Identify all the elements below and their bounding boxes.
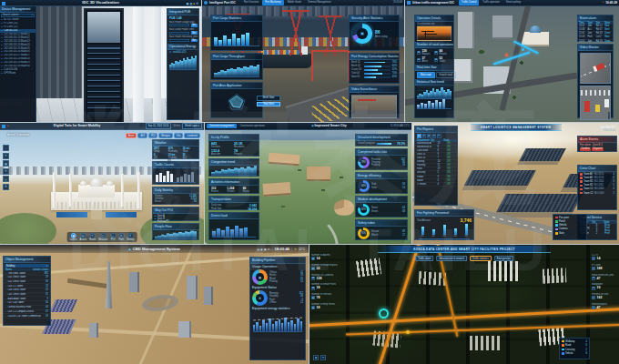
area-application-card: Port Area Application (210, 82, 263, 118)
stat-item: Number of Help Points ▣18 (311, 303, 348, 310)
route-node-dot[interactable] (505, 54, 508, 56)
field-input[interactable] (169, 24, 190, 26)
konza-tab-row: Traffic alarmInfrastructure & networkTra… (415, 256, 513, 261)
report-tab-icon[interactable]: ▦ (427, 134, 431, 138)
operation-details-header: Operation Details (415, 15, 453, 22)
alarm-badge-button[interactable]: Dispatch (592, 147, 604, 151)
field-set-button[interactable]: Set (191, 39, 198, 43)
chart-bar (228, 39, 231, 46)
city-tab[interactable]: Construction operations (238, 124, 268, 128)
world-layer-select[interactable]: World Layer ▾ (182, 123, 202, 128)
report-tab-icon[interactable]: ▨ (437, 134, 441, 138)
toolbar-item[interactable]: ◎ POI (110, 233, 116, 241)
cbd-toolbar-icons[interactable]: ▤ ◉ ▣ ✉ ⛶ (257, 248, 272, 251)
route-node-dot[interactable] (522, 48, 524, 51)
report-cell-state: OK (447, 179, 455, 182)
tool-button[interactable]: ✈ (3, 153, 9, 159)
city-tab[interactable]: Overview management (207, 124, 237, 128)
center-server-rack[interactable] (84, 8, 124, 122)
berth-view-button[interactable]: Berth View (257, 96, 280, 101)
stat-item: Holding Lot Cameras ▣128 (311, 274, 348, 281)
field-input[interactable] (169, 39, 190, 42)
crew-row[interactable]: Team B2 NO.2311 5 (580, 184, 614, 187)
crew-row[interactable]: Team A2 NO.2216 6 (580, 177, 614, 179)
activity-label: Events (211, 190, 225, 193)
tree-search-input[interactable]: Search cabinet ⌕ (1, 14, 35, 17)
traffic-nav-tab[interactable]: Smart parking (503, 0, 523, 5)
tool-button[interactable]: ⚙ (3, 184, 9, 190)
activities-grid: 312 Events 1,204 Visitors 86 Buses (209, 186, 259, 194)
port-logo-icon (204, 1, 208, 5)
traffic-nav-tab[interactable]: Traffic Control (459, 0, 479, 5)
idc-topbar-icons[interactable]: ▣ ▥ ● ⚙ (187, 2, 198, 5)
port-nav-tab[interactable]: Mobile Guide (285, 0, 304, 5)
chart-bar (159, 173, 162, 182)
camera-thumbnail[interactable] (351, 95, 397, 118)
toolbar-item[interactable]: ▤ Assets (79, 233, 86, 241)
layer-pill[interactable]: AOI (137, 133, 147, 138)
legend-value: 12 (300, 301, 303, 304)
toolbar-item[interactable]: ➤ Path (118, 233, 124, 241)
layer-pill[interactable]: Villa (174, 133, 184, 138)
layer-pill[interactable]: POI (148, 133, 157, 138)
konza-tab[interactable]: Emergencies (494, 256, 513, 261)
office-tower (89, 323, 98, 338)
pue-fields: Rack Power Usage (kW) Set Rack Down Powe… (167, 21, 198, 42)
report-row[interactable]: IT Room 4 OK (415, 183, 457, 187)
toolbar-item[interactable]: ✈ Roam (89, 233, 96, 241)
layer-pill[interactable]: Alarm (126, 133, 137, 138)
field-set-button[interactable]: Set (191, 31, 198, 35)
field-input[interactable] (169, 32, 190, 35)
construction-cam-thumbnail[interactable] (417, 25, 452, 41)
report-tab-icon[interactable]: ▧ (432, 134, 437, 138)
zoom-in-button[interactable]: ⊕ (313, 355, 319, 360)
layer-pill[interactable]: Landmark (184, 133, 200, 138)
intersection-cam-thumbnail[interactable] (580, 86, 611, 120)
layer-pill[interactable]: Mosque (158, 133, 172, 138)
tool-button[interactable]: ☀ (3, 168, 9, 175)
crew-row[interactable]: Team A1 NO.2215 4 (580, 173, 614, 176)
konza-tab[interactable]: Traffic alarm (415, 256, 433, 261)
konza-tab[interactable]: Infrastructure & network (436, 256, 467, 261)
reset-view-button[interactable]: ⟲ (320, 355, 326, 360)
berth-view-button[interactable]: Ship Work (257, 102, 280, 107)
field-set-button[interactable]: Set (191, 24, 198, 27)
map-pin-yellow[interactable] (406, 330, 410, 334)
toolbar-item[interactable]: ⚙ Setting (127, 233, 134, 241)
alarm-badge-button[interactable]: Confirm (580, 147, 591, 151)
toolbar-item[interactable]: ◉ Layers (70, 233, 77, 241)
donut-card-modern: Modern development 82% Smart64Green38 (355, 196, 408, 217)
chart-bar (417, 105, 420, 108)
toolbar-label: Roam (89, 238, 96, 241)
city-title: Improved Smart City (315, 124, 347, 127)
people-flow-card: People Flow (152, 223, 199, 240)
tool-button[interactable]: ▦ (3, 160, 9, 167)
map-marker-ring[interactable] (379, 308, 389, 318)
toolbar-item[interactable]: ◫ Measure (98, 233, 107, 241)
traffic-nav-tab[interactable]: Traffic operation (480, 0, 502, 5)
port-nav-tab[interactable]: Port Machinery (262, 0, 283, 5)
report-tab-icon[interactable]: ▥ (422, 134, 427, 138)
report-tab-icon[interactable]: ▤ (417, 134, 421, 138)
highway-cam-thumbnail[interactable] (580, 53, 611, 84)
tool-button[interactable]: ⌂ (3, 145, 9, 151)
building-filter-select[interactable]: Building ▾ (5, 264, 49, 268)
flow-chip[interactable]: Branch road (436, 72, 456, 78)
tool-button[interactable]: ◎ (3, 176, 9, 182)
minaret (53, 172, 56, 208)
crew-row[interactable]: Team C2 NO.2403 2 (580, 192, 614, 195)
crew-row[interactable]: Team B1 NO.2310 3 (580, 180, 614, 183)
flow-chip[interactable]: Main road (417, 72, 435, 78)
tree-item[interactable]: ▸ UPS Room (0, 71, 36, 75)
object-row[interactable]: ▪ C010 B C10 Tower Commercial 19 (4, 314, 50, 318)
port-nav-tab[interactable]: Terminal Management (305, 0, 334, 5)
konza-tab[interactable]: Traffic statistics (470, 256, 492, 261)
legend-row: Vehicle (555, 224, 584, 227)
report-cell-state: OK (447, 146, 455, 148)
device-row[interactable]: ▥ rack001-015 (167, 50, 198, 55)
crew-row[interactable]: Team C1 NO.2402 4 (580, 187, 614, 190)
toolbar-label: Path (118, 238, 124, 241)
port-nav-tab[interactable]: Port Overview (241, 0, 261, 5)
tree-item-label: 192.168.105.28 Blade28 (4, 57, 29, 60)
datetime-chip[interactable]: Sep 14, 2024 10:24 (146, 123, 172, 128)
